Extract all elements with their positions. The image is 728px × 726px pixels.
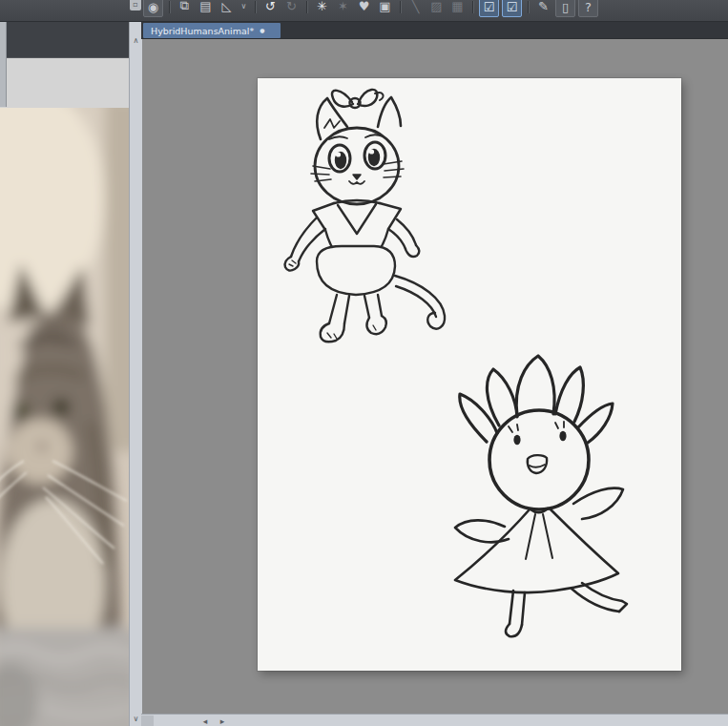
reference-panel-header: [0, 21, 129, 57]
pen-settings-icon[interactable]: ✎: [534, 0, 552, 15]
help-icon[interactable]: ?: [578, 0, 598, 17]
material-icon[interactable]: ♥: [355, 0, 373, 15]
select-special-icon[interactable]: ✶: [334, 0, 352, 15]
tablet-mode-icon[interactable]: ▯: [555, 0, 575, 17]
scrollbar-corner: [141, 716, 154, 726]
left-edge-strip: [0, 13, 7, 107]
filter-sunburst-icon[interactable]: ✳: [313, 0, 331, 15]
horizontal-scrollbar[interactable]: ◂ ▸: [141, 714, 728, 726]
reference-panel: [0, 21, 129, 726]
app-logo-icon[interactable]: ◉: [143, 0, 163, 17]
toolbar-separator: [255, 1, 257, 13]
reference-panel-margin: [0, 57, 129, 108]
document-tab-bar: HybridHumansAnimal* ●: [141, 21, 728, 39]
grid-tool-icon[interactable]: ▦: [448, 0, 467, 15]
toolbar-separator: [400, 1, 402, 13]
open-file-icon[interactable]: ▤: [197, 0, 215, 15]
flower-fairy-sketch: [455, 356, 627, 636]
snap-ruler-icon[interactable]: ☑: [479, 0, 499, 17]
scroll-left-icon[interactable]: ◂: [198, 715, 212, 726]
cat-photo-graphic: [0, 108, 129, 726]
reference-photo-cat: [0, 108, 129, 726]
panel-toggle-icon[interactable]: ▫: [130, 0, 141, 10]
tab-hybrid-humans-animal[interactable]: HybridHumansAnimal* ●: [143, 23, 281, 38]
toolbar-separator: [472, 1, 474, 13]
line-tool-icon[interactable]: ╲: [406, 0, 425, 15]
canvas-area: [141, 38, 728, 714]
tab-modified-dot: ●: [260, 28, 264, 33]
toolbar-icon-row: ◉ ⧉ ▤ ◺ ∨ ↺ ↻ ✳ ✶ ♥ ▣ ╲ ▨ ▦ ☑ ☑ ✎ ▯ ?: [143, 0, 601, 21]
transform-frame-icon[interactable]: ▣: [376, 0, 394, 15]
curve-tool-icon[interactable]: ▨: [427, 0, 446, 15]
snap-special-ruler-icon[interactable]: ☑: [502, 0, 522, 17]
sketch-layer: [258, 78, 681, 671]
redo-icon[interactable]: ↻: [282, 0, 301, 15]
export-dropdown-chevron-icon[interactable]: ∨: [239, 0, 249, 15]
toolbar-separator: [169, 1, 171, 13]
tab-label: HybridHumansAnimal*: [151, 26, 254, 36]
toolbar-separator: [528, 1, 530, 13]
export-icon[interactable]: ◺: [218, 0, 236, 15]
top-toolbar: ◉ ⧉ ▤ ◺ ∨ ↺ ↻ ✳ ✶ ♥ ▣ ╲ ▨ ▦ ☑ ☑ ✎ ▯ ? ▫: [0, 0, 728, 22]
canvas-page[interactable]: [258, 78, 681, 671]
cat-girl-sketch: [285, 90, 445, 342]
paint-app-window: ◉ ⧉ ▤ ◺ ∨ ↺ ↻ ✳ ✶ ♥ ▣ ╲ ▨ ▦ ☑ ☑ ✎ ▯ ? ▫: [0, 0, 728, 726]
scroll-right-icon[interactable]: ▸: [216, 715, 229, 726]
vertical-scrollbar[interactable]: ∧ ∨: [129, 21, 142, 726]
paste-canvas-icon[interactable]: ⧉: [176, 0, 194, 15]
undo-icon[interactable]: ↺: [261, 0, 280, 15]
toolbar-separator: [306, 1, 308, 13]
